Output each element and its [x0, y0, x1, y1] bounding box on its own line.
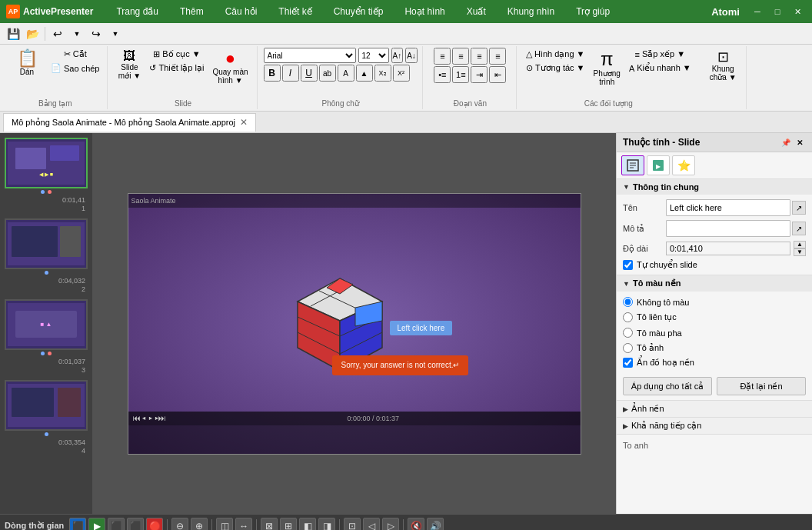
- slide-thumbnail-1[interactable]: ◀ ▶ ■ 0:01,41 1: [3, 136, 89, 214]
- undo-dropdown[interactable]: ▼: [68, 25, 85, 42]
- props-close-button[interactable]: ✕: [794, 136, 806, 148]
- record-button[interactable]: ● Quay mànhình ▼: [208, 48, 251, 87]
- slide-3[interactable]: ■ ▲: [5, 299, 88, 350]
- save-button[interactable]: 💾: [5, 25, 22, 42]
- tl-rec-button[interactable]: 🔴: [146, 518, 163, 531]
- tl-expand-button[interactable]: ↔: [235, 518, 252, 531]
- align-justify-button[interactable]: ≡: [489, 48, 506, 65]
- hinh-dang-button[interactable]: △ Hình dạng ▼: [523, 48, 588, 61]
- undo-button[interactable]: ↩: [49, 25, 66, 42]
- tuong-tac-button[interactable]: ⊙ Tương tác ▼: [523, 62, 588, 75]
- tl-align-left-button[interactable]: ◧: [299, 518, 316, 531]
- superscript-button[interactable]: X²: [393, 65, 410, 82]
- tab-khung-nhin[interactable]: Khung nhìn: [497, 0, 565, 23]
- doc-tab-close[interactable]: ✕: [240, 117, 248, 128]
- numbered-list-button[interactable]: 1≡: [452, 66, 469, 83]
- tl-zoom-in-button[interactable]: ⊕: [191, 518, 208, 531]
- copy-button[interactable]: 📄 Sao chép: [48, 62, 102, 75]
- to-anh-radio[interactable]: [623, 343, 633, 353]
- strikethrough-button[interactable]: ab: [319, 65, 336, 82]
- slide-2[interactable]: [5, 218, 88, 269]
- outdent-button[interactable]: ⇤: [489, 66, 506, 83]
- to-mau-pha-radio[interactable]: [623, 328, 633, 338]
- bullet-list-button[interactable]: •≡: [434, 66, 451, 83]
- highlight-button[interactable]: ▲: [356, 65, 373, 82]
- tl-marker-button[interactable]: ⊡: [344, 518, 361, 531]
- tab-them[interactable]: Thêm: [169, 0, 215, 23]
- kieu-nhanh-button[interactable]: A Kiểu nhanh ▼: [626, 62, 694, 75]
- tab-hoat-hinh[interactable]: Hoạt hình: [394, 0, 455, 23]
- an-do-hoa-checkbox[interactable]: [623, 358, 633, 368]
- tl-zoom-out-button[interactable]: ⊖: [171, 518, 188, 531]
- props-tab-1[interactable]: [621, 155, 644, 175]
- props-pin-button[interactable]: 📌: [780, 136, 792, 148]
- tl-record-button[interactable]: ⬛: [127, 518, 144, 531]
- thong-tin-chung-header[interactable]: ▼ Thông tin chung: [617, 179, 812, 195]
- indent-button[interactable]: ⇥: [471, 66, 488, 83]
- slide-thumbnail-3[interactable]: ■ ▲ 0:01,037 3: [3, 298, 89, 375]
- underline-button[interactable]: U: [301, 65, 318, 82]
- tab-tro-giup[interactable]: Trợ giúp: [565, 0, 621, 23]
- open-button[interactable]: 📂: [24, 25, 41, 42]
- ten-input[interactable]: [666, 199, 790, 216]
- tl-grid-button[interactable]: ⊞: [280, 518, 297, 531]
- tl-fit-button[interactable]: ◫: [216, 518, 233, 531]
- to-mau-nen-header[interactable]: ▼ Tô màu nền: [617, 275, 812, 292]
- new-slide-button[interactable]: 🖼 Slidemới ▼: [114, 48, 145, 82]
- italic-button[interactable]: I: [282, 65, 299, 82]
- align-center-button[interactable]: ≡: [452, 48, 469, 65]
- tl-stop-button[interactable]: ⬛: [108, 518, 125, 531]
- khung-chua-button[interactable]: ⊡ Khungchữa ▼: [706, 48, 740, 84]
- font-size-select[interactable]: 12: [358, 48, 389, 63]
- minimize-button[interactable]: ─: [749, 3, 766, 20]
- tl-next-button[interactable]: ▷: [382, 518, 399, 531]
- reset-bg-button[interactable]: Đặt lại nền: [717, 377, 806, 395]
- tl-volume-button[interactable]: 🔊: [427, 518, 444, 531]
- anh-nen-header[interactable]: ▶ Ảnh nền: [617, 401, 812, 417]
- slide-thumbnail-2[interactable]: 0:04,032 2: [3, 217, 89, 295]
- tl-square-button[interactable]: ⬛: [69, 518, 86, 531]
- subscript-button[interactable]: X₂: [374, 65, 391, 82]
- tl-prev-button[interactable]: ◁: [363, 518, 380, 531]
- props-tab-3[interactable]: ⭐: [672, 155, 695, 175]
- to-lien-tuc-radio[interactable]: [623, 312, 633, 322]
- props-tab-2[interactable]: ▶: [647, 155, 670, 175]
- doc-tab[interactable]: Mô phỏng Saola Animate - Mô phỏng Saola …: [3, 113, 256, 132]
- dodai-up-button[interactable]: ▲: [794, 241, 806, 248]
- layout-button[interactable]: ⊞ Bố cục ▼: [146, 48, 207, 61]
- tab-xuat[interactable]: Xuất: [456, 0, 497, 23]
- restore-button[interactable]: □: [769, 3, 786, 20]
- khong-to-mau-radio[interactable]: [623, 297, 633, 307]
- kha-nang-tiep-can-header[interactable]: ▶ Khả năng tiếp cận: [617, 418, 812, 434]
- tl-mute-button[interactable]: 🔇: [408, 518, 424, 531]
- mota-input[interactable]: [666, 220, 790, 237]
- slide-4[interactable]: [5, 380, 88, 431]
- font-color-button[interactable]: A: [338, 65, 354, 82]
- tab-chuyen-tiep[interactable]: Chuyển tiếp: [323, 0, 394, 23]
- slide-thumbnail-4[interactable]: 0:03,354 4: [3, 378, 89, 456]
- font-decrease-button[interactable]: A↓: [405, 48, 418, 63]
- redo-button[interactable]: ↪: [88, 25, 105, 42]
- tu-chuyen-checkbox[interactable]: [623, 260, 633, 270]
- redo-dropdown[interactable]: ▼: [107, 25, 124, 42]
- align-right-button[interactable]: ≡: [471, 48, 488, 65]
- dodai-down-button[interactable]: ▼: [794, 248, 806, 256]
- cut-button[interactable]: ✂ Cắt: [48, 48, 102, 61]
- phuong-trinh-button[interactable]: π Phươngtrình: [590, 48, 624, 88]
- reset-button[interactable]: ↺ Thiết lập lại: [146, 62, 207, 75]
- tl-add-button[interactable]: ⊠: [261, 518, 278, 531]
- paste-button[interactable]: 📋 Dán: [8, 48, 46, 78]
- font-increase-button[interactable]: A↑: [391, 48, 404, 63]
- mota-ext-button[interactable]: ↗: [792, 222, 806, 235]
- ten-ext-button[interactable]: ↗: [792, 201, 806, 215]
- apply-all-button[interactable]: Áp dụng cho tất cả: [623, 377, 712, 395]
- tab-trang-dau[interactable]: Trang đầu: [105, 0, 169, 23]
- slide-1[interactable]: ◀ ▶ ■: [5, 138, 88, 188]
- tab-cau-hoi[interactable]: Câu hỏi: [215, 0, 268, 23]
- align-left-button[interactable]: ≡: [434, 48, 451, 65]
- sap-xep-button[interactable]: ≡ Sắp xếp ▼: [626, 48, 694, 61]
- tl-play-button[interactable]: ▶: [88, 518, 105, 531]
- bold-button[interactable]: B: [264, 65, 281, 82]
- tab-thiet-ke[interactable]: Thiết kế: [268, 0, 322, 23]
- tl-align-right-button[interactable]: ◨: [318, 518, 335, 531]
